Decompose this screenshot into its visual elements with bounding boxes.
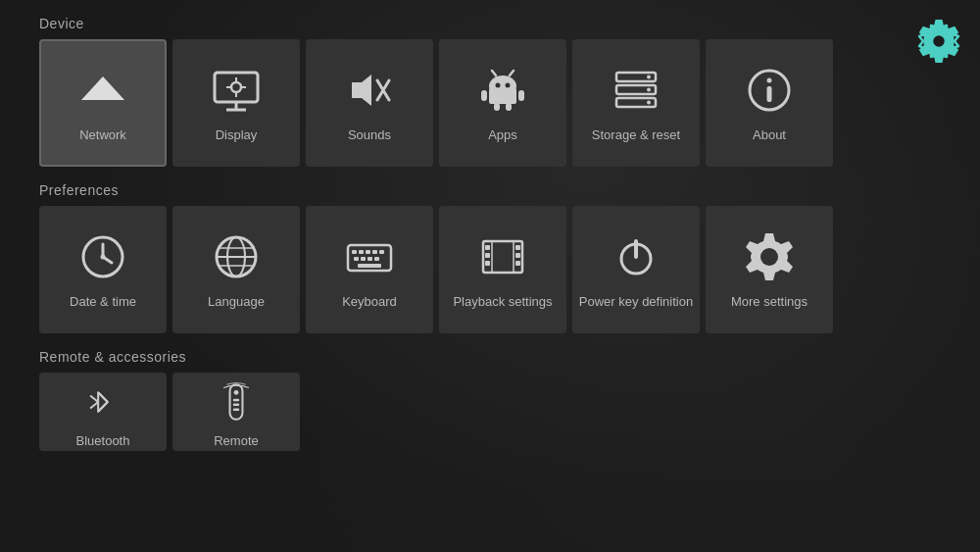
svg-rect-57 [485, 253, 490, 258]
clock-icon [75, 229, 130, 284]
svg-rect-75 [233, 404, 239, 406]
sounds-tile[interactable]: Sounds [306, 39, 433, 167]
film-icon [475, 229, 530, 284]
device-label: Device [39, 16, 941, 31]
language-label: Language [208, 294, 265, 310]
svg-rect-53 [374, 257, 379, 261]
svg-line-70 [90, 396, 98, 402]
svg-rect-47 [366, 250, 370, 254]
svg-rect-48 [372, 250, 377, 254]
svg-marker-4 [81, 76, 124, 100]
preferences-section: Preferences Date & time [39, 182, 941, 333]
power-icon [609, 229, 663, 284]
svg-rect-24 [494, 103, 500, 111]
svg-rect-60 [515, 253, 520, 258]
moresettings-label: More settings [731, 294, 808, 310]
svg-rect-61 [515, 261, 520, 266]
keyboard-label: Keyboard [342, 294, 397, 310]
svg-point-29 [647, 75, 651, 79]
about-tile[interactable]: About [706, 39, 833, 167]
datetime-label: Date & time [70, 294, 136, 310]
remote-grid: Bluetooth Remote [39, 373, 941, 451]
svg-point-19 [506, 83, 511, 88]
svg-point-31 [647, 101, 651, 105]
network-icon [75, 63, 130, 118]
powerkey-tile[interactable]: Power key definition [572, 206, 700, 333]
apps-icon [475, 63, 530, 118]
svg-rect-59 [515, 245, 520, 250]
about-icon [742, 63, 797, 118]
storage-icon [609, 63, 663, 118]
display-tile[interactable]: Display [172, 39, 300, 167]
remote-tile[interactable]: Remote [172, 373, 300, 451]
remote-label: Remote & accessories [39, 349, 941, 365]
about-label: About [753, 127, 786, 143]
display-label: Display [216, 127, 258, 143]
svg-point-8 [231, 82, 241, 92]
svg-point-18 [496, 83, 501, 88]
svg-rect-25 [506, 103, 512, 111]
svg-rect-34 [767, 86, 772, 102]
storage-tile[interactable]: Storage & reset [572, 39, 700, 167]
apps-label: Apps [488, 127, 517, 143]
globe-icon [209, 229, 264, 284]
playback-tile[interactable]: Playback settings [439, 206, 566, 333]
svg-rect-5 [215, 73, 258, 102]
apps-tile[interactable]: Apps [439, 39, 566, 167]
preferences-label: Preferences [39, 182, 941, 198]
remote-label-text: Remote [214, 433, 259, 449]
svg-point-73 [234, 390, 239, 395]
svg-rect-52 [368, 257, 372, 261]
sounds-label: Sounds [348, 127, 391, 143]
keyboard-icon [342, 229, 397, 284]
sounds-icon [342, 63, 397, 118]
display-icon [209, 63, 264, 118]
main-content: Device Network [0, 16, 980, 451]
svg-rect-22 [481, 90, 487, 101]
svg-line-71 [90, 402, 98, 408]
svg-rect-50 [354, 257, 359, 261]
svg-rect-51 [361, 257, 366, 261]
bluetooth-label: Bluetooth [76, 433, 130, 449]
svg-rect-72 [230, 384, 243, 420]
gear-icon [742, 229, 797, 284]
bluetooth-icon [75, 375, 130, 429]
remote-control-icon [209, 375, 264, 429]
svg-marker-13 [352, 75, 371, 106]
svg-rect-23 [518, 90, 524, 101]
svg-rect-58 [485, 261, 490, 266]
device-section: Device Network [39, 16, 941, 167]
svg-rect-76 [233, 409, 239, 411]
svg-rect-49 [379, 250, 384, 254]
svg-line-20 [492, 71, 496, 75]
preferences-grid: Date & time Language [39, 206, 941, 333]
svg-rect-56 [485, 245, 490, 250]
device-grid: Network Displ [39, 39, 941, 167]
svg-rect-46 [359, 250, 364, 254]
svg-point-33 [767, 78, 772, 83]
storage-label: Storage & reset [592, 127, 680, 143]
svg-rect-17 [489, 88, 516, 104]
svg-rect-74 [233, 399, 239, 401]
network-tile[interactable]: Network [39, 39, 167, 167]
svg-line-21 [510, 71, 514, 75]
moresettings-tile[interactable]: More settings [706, 206, 833, 333]
powerkey-label: Power key definition [579, 294, 693, 310]
playback-label: Playback settings [453, 294, 552, 310]
remote-section: Remote & accessories Bluetooth [39, 349, 941, 451]
svg-line-68 [98, 393, 108, 403]
network-label: Network [79, 127, 126, 143]
svg-rect-45 [352, 250, 357, 254]
svg-point-38 [101, 255, 106, 260]
svg-line-69 [98, 402, 108, 412]
keyboard-tile[interactable]: Keyboard [306, 206, 433, 333]
language-tile[interactable]: Language [172, 206, 300, 333]
bluetooth-tile[interactable]: Bluetooth [39, 373, 167, 451]
datetime-tile[interactable]: Date & time [39, 206, 167, 333]
svg-rect-54 [358, 264, 381, 268]
svg-point-30 [647, 88, 651, 92]
